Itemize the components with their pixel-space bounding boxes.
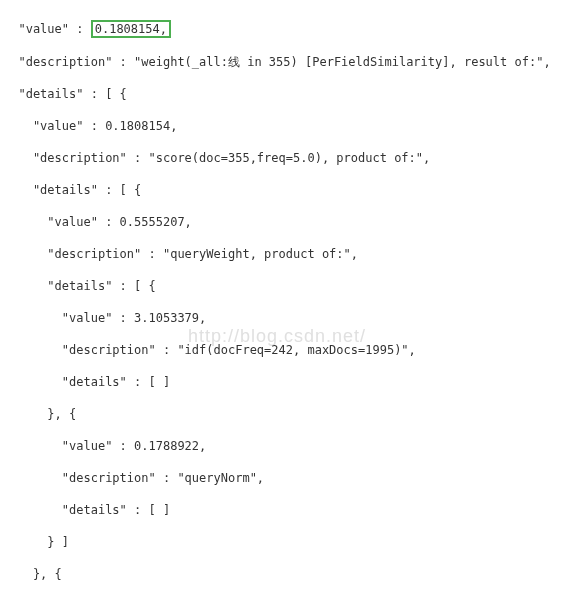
code-line: "details" : [ {: [4, 182, 565, 198]
code-line: "description" : "weight(_all:线 in 355) […: [4, 54, 565, 70]
code-line: "value" : 0.5555207,: [4, 214, 565, 230]
code-line: } ]: [4, 534, 565, 550]
code-line: "description" : "queryNorm",: [4, 470, 565, 486]
code-line: }, {: [4, 566, 565, 582]
code-line: "value" : 3.1053379,: [4, 310, 565, 326]
code-line: "details" : [ ]: [4, 502, 565, 518]
code-line: "description" : "score(doc=355,freq=5.0)…: [4, 150, 565, 166]
code-line: "value" : 0.1788922,: [4, 438, 565, 454]
code-line: }, {: [4, 406, 565, 422]
code-text: "value" :: [4, 22, 91, 36]
code-line: "details" : [ {: [4, 86, 565, 102]
code-line: "value" : 0.1808154,: [4, 118, 565, 134]
highlighted-value: 0.1808154,: [91, 20, 171, 38]
code-line: "details" : [ ]: [4, 374, 565, 390]
code-line: "description" : "idf(docFreq=242, maxDoc…: [4, 342, 565, 358]
code-line: "value" : 0.1808154,: [4, 20, 565, 38]
code-line: "details" : [ {: [4, 278, 565, 294]
code-line: "description" : "queryWeight, product of…: [4, 246, 565, 262]
code-block: "value" : 0.1808154, "description" : "we…: [0, 0, 565, 600]
